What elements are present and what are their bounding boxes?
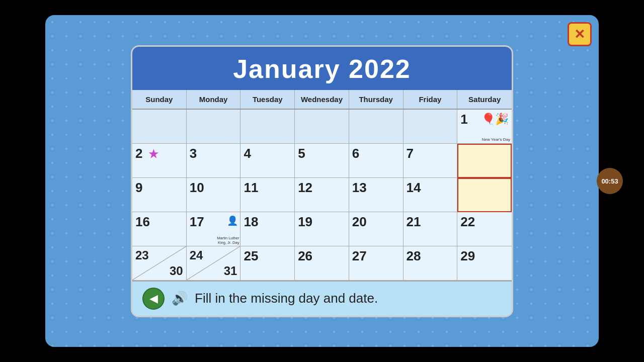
cal-cell-13: 13: [349, 178, 404, 212]
calendar-container: January 2022 Sunday Monday Tuesday Wedne…: [131, 45, 513, 317]
days-header: Sunday Monday Tuesday Wednesday Thursday…: [132, 90, 512, 110]
cal-cell-empty: [240, 110, 295, 144]
holiday-label-newyears: New Year's Day: [482, 137, 510, 142]
calendar-grid: 1 🎈🎉 New Year's Day 2 ★ 3 4 5 6 7 9 10 1…: [132, 110, 512, 281]
cal-cell-9: 9: [132, 178, 187, 212]
cal-cell-19: 19: [295, 212, 349, 246]
cal-cell-5: 5: [295, 144, 349, 178]
new-years-icon: 🎈🎉: [481, 113, 509, 126]
back-button[interactable]: ◀: [142, 288, 165, 310]
calendar-header: January 2022: [132, 47, 512, 90]
bottom-bar: ◀ 🔊 Fill in the missing day and date.: [132, 281, 512, 316]
day-thursday: Thursday: [349, 90, 404, 109]
mlk-label: Martin Luther King, Jr. Day: [209, 236, 239, 245]
day-tuesday: Tuesday: [240, 90, 295, 109]
day-friday: Friday: [404, 90, 458, 109]
day-monday: Monday: [187, 90, 241, 109]
day-saturday: Saturday: [457, 90, 512, 109]
cal-cell-18: 18: [240, 212, 295, 246]
cal-cell-14: 14: [404, 178, 458, 212]
cal-cell-16: 16: [132, 212, 187, 246]
day-wednesday: Wednesday: [295, 90, 349, 109]
date-31: 31: [224, 264, 237, 278]
month-year-title: January 2022: [132, 54, 512, 84]
cal-cell-12: 12: [295, 178, 349, 212]
audio-icon[interactable]: 🔊: [172, 291, 188, 306]
cal-cell-empty: [132, 110, 187, 144]
close-button[interactable]: ✕: [568, 22, 592, 46]
cal-cell-7: 7: [404, 144, 458, 178]
cal-cell-15-answer[interactable]: [457, 178, 512, 212]
star-icon: ★: [148, 148, 158, 160]
date-23: 23: [135, 248, 149, 262]
cal-cell-4: 4: [240, 144, 295, 178]
cal-cell-23-30: 23 30: [132, 246, 187, 281]
cal-cell-10: 10: [187, 178, 241, 212]
instruction-text: Fill in the missing day and date.: [195, 291, 378, 306]
cal-cell-29: 29: [457, 246, 512, 281]
cal-cell-11: 11: [240, 178, 295, 212]
cal-cell-8-answer[interactable]: [457, 144, 512, 178]
cal-cell-24-31: 24 31: [187, 246, 241, 281]
cal-cell-empty: [187, 110, 241, 144]
cal-cell-empty: [295, 110, 349, 144]
day-sunday: Sunday: [132, 90, 187, 109]
cal-cell-6: 6: [349, 144, 404, 178]
cal-cell-26: 26: [295, 246, 349, 281]
cal-cell-3: 3: [187, 144, 241, 178]
cal-cell-25: 25: [240, 246, 295, 281]
cal-cell-2: 2 ★: [132, 144, 187, 178]
mlk-icon: 👤: [227, 215, 238, 226]
cal-cell-22: 22: [457, 212, 512, 246]
date-30: 30: [170, 264, 183, 278]
cal-cell-empty: [349, 110, 404, 144]
cal-cell-28: 28: [404, 246, 458, 281]
cal-cell-21: 21: [404, 212, 458, 246]
cal-cell-17: 17 👤 Martin Luther King, Jr. Day: [187, 212, 241, 246]
outer-background: ✕ 00:53 January 2022 Sunday Monday Tuesd…: [45, 15, 599, 347]
timer-badge: 00:53: [597, 168, 623, 194]
cal-cell-1: 1 🎈🎉 New Year's Day: [457, 110, 512, 144]
cal-cell-20: 20: [349, 212, 404, 246]
cal-cell-empty: [404, 110, 458, 144]
date-24: 24: [190, 248, 203, 262]
cal-cell-27: 27: [349, 246, 404, 281]
